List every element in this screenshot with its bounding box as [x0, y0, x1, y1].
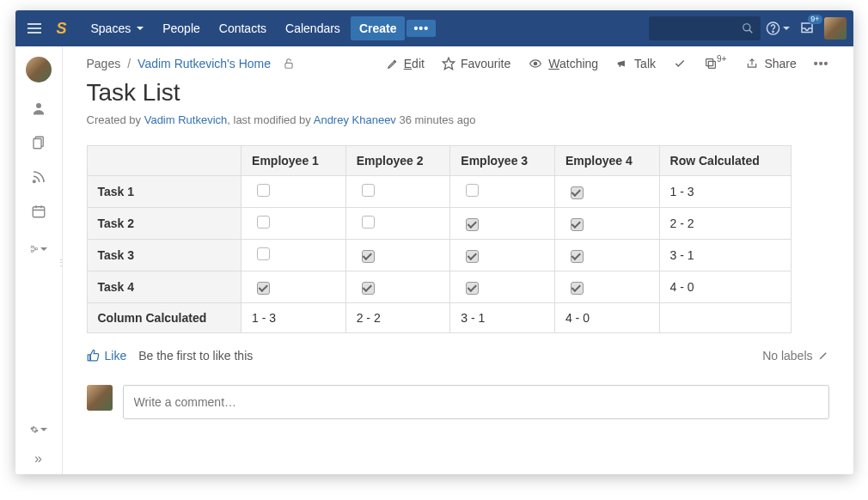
- checkbox-cell: [345, 240, 450, 271]
- watching-button[interactable]: Watching: [528, 57, 598, 70]
- page-actions: Edit Favourite Watching Talk: [387, 57, 829, 70]
- breadcrumb-row: Pages / Vadim Rutkevich's Home Edit Favo…: [87, 57, 829, 70]
- checkbox-cell: [554, 208, 659, 240]
- like-button[interactable]: Like: [87, 349, 127, 363]
- svg-point-7: [33, 180, 34, 182]
- chevron-down-icon: [40, 428, 47, 431]
- checkbox-cell: [450, 176, 555, 208]
- action-label: Favourite: [461, 57, 510, 70]
- checkbox-cell: [345, 271, 450, 303]
- nav-people[interactable]: People: [154, 16, 209, 40]
- user-avatar[interactable]: [824, 17, 847, 40]
- checkbox[interactable]: [571, 282, 584, 295]
- share-button[interactable]: Share: [745, 57, 796, 70]
- action-label: Edit: [404, 57, 425, 70]
- checkbox[interactable]: [571, 218, 584, 231]
- nav-right: 9+: [649, 16, 847, 40]
- meta-mid: , last modified by: [227, 113, 313, 126]
- tree-icon[interactable]: [30, 241, 47, 258]
- svg-point-4: [36, 103, 41, 108]
- checkmark-button[interactable]: [673, 58, 687, 70]
- svg-line-1: [749, 30, 752, 34]
- checkbox[interactable]: [362, 184, 375, 197]
- thumbs-up-icon: [87, 349, 100, 362]
- nav-calendars[interactable]: Calendars: [277, 16, 349, 40]
- checkbox-cell: [554, 271, 659, 303]
- svg-rect-15: [285, 63, 292, 68]
- like-label: Like: [105, 349, 127, 363]
- svg-rect-8: [33, 207, 45, 217]
- edit-button[interactable]: Edit: [387, 57, 425, 70]
- rss-icon[interactable]: [30, 168, 47, 186]
- footer-cell: 2 - 2: [345, 302, 450, 332]
- checkbox[interactable]: [362, 216, 375, 229]
- check-icon: [673, 58, 687, 70]
- nolabels-text: No labels: [762, 349, 812, 363]
- search-input[interactable]: [649, 16, 761, 40]
- unlock-icon[interactable]: [283, 58, 295, 70]
- hamburger-icon[interactable]: [22, 23, 46, 34]
- checkbox[interactable]: [362, 282, 375, 295]
- modifier-link[interactable]: Andrey Khaneev: [314, 113, 396, 126]
- checkbox[interactable]: [571, 250, 584, 263]
- nav-label: Contacts: [219, 21, 266, 35]
- svg-rect-20: [88, 355, 90, 361]
- row-calc: 4 - 0: [659, 271, 791, 303]
- checkbox[interactable]: [257, 282, 270, 295]
- search-icon: [742, 22, 754, 34]
- nav-contacts[interactable]: Contacts: [211, 16, 275, 40]
- talk-button[interactable]: Talk: [615, 57, 656, 70]
- chevron-down-icon: [783, 27, 790, 30]
- ellipsis-icon: •••: [413, 25, 429, 32]
- breadcrumb-link[interactable]: Vadim Rutkevich's Home: [138, 57, 271, 70]
- settings-icon[interactable]: [30, 421, 47, 438]
- checkbox[interactable]: [466, 184, 479, 197]
- checkbox-cell: [241, 271, 346, 303]
- checkbox[interactable]: [466, 282, 479, 295]
- create-button[interactable]: Create: [351, 16, 406, 40]
- nav-label: Calendars: [285, 21, 340, 35]
- checkbox[interactable]: [257, 216, 270, 229]
- table-row: Task 11 - 3: [87, 176, 791, 208]
- checkbox[interactable]: [257, 247, 270, 260]
- labels-area[interactable]: No labels: [762, 349, 828, 363]
- creator-link[interactable]: Vadim Rutkevich: [144, 113, 228, 126]
- comment-input[interactable]: [123, 385, 829, 419]
- svg-rect-19: [706, 59, 713, 66]
- nav-label: People: [162, 21, 200, 35]
- resize-handle[interactable]: ⋮: [57, 261, 64, 264]
- table-row: Task 22 - 2: [87, 208, 791, 240]
- svg-rect-13: [31, 250, 33, 252]
- person-icon[interactable]: [30, 100, 47, 117]
- help-button[interactable]: [766, 16, 790, 40]
- notifications-button[interactable]: 9+: [795, 16, 819, 40]
- space-avatar[interactable]: [26, 57, 52, 82]
- favourite-button[interactable]: Favourite: [442, 57, 510, 70]
- checkbox[interactable]: [571, 186, 584, 199]
- collapse-icon[interactable]: »: [30, 450, 47, 467]
- notif-badge: 9+: [808, 15, 822, 24]
- app-logo[interactable]: S: [50, 16, 74, 40]
- checkbox[interactable]: [466, 218, 479, 231]
- more-actions[interactable]: •••: [814, 57, 829, 70]
- checkbox[interactable]: [257, 184, 270, 197]
- more-button[interactable]: •••: [406, 20, 436, 37]
- row-header: Task 1: [87, 176, 241, 208]
- pages-icon[interactable]: [30, 134, 47, 151]
- page-meta: Created by Vadim Rutkevich, last modifie…: [87, 113, 829, 126]
- checkbox[interactable]: [466, 250, 479, 263]
- checkbox[interactable]: [362, 250, 375, 263]
- checkbox-cell: [450, 208, 555, 240]
- checkbox-cell: [241, 176, 346, 208]
- action-label: Watching: [548, 57, 598, 70]
- copy-button[interactable]: 9+: [704, 57, 728, 70]
- checkbox-cell: [554, 240, 659, 271]
- chevron-down-icon: [40, 247, 47, 251]
- help-icon: [766, 21, 780, 36]
- footer-cell: 1 - 3: [241, 302, 346, 332]
- nav-spaces[interactable]: Spaces: [83, 16, 153, 40]
- calendar-icon[interactable]: [30, 203, 47, 220]
- svg-rect-14: [35, 248, 37, 250]
- col-header: Employee 2: [345, 146, 450, 176]
- pencil-icon: [818, 350, 829, 361]
